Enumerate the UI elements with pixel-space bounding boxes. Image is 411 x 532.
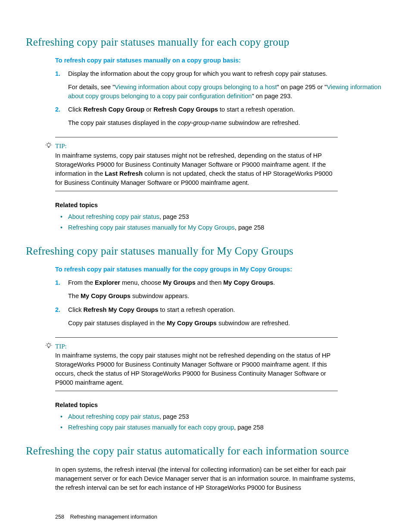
step-text: From the Explorer menu, choose My Groups… <box>68 278 385 287</box>
related-link[interactable]: Refreshing copy pair statuses manually f… <box>68 424 234 431</box>
body-paragraph: In open systems, the refresh interval (t… <box>55 465 364 492</box>
instruction-text: To refresh copy pair statuses manually o… <box>55 56 385 65</box>
lightbulb-icon <box>45 342 53 353</box>
step-text: For details, see "Viewing information ab… <box>68 83 385 101</box>
related-topics-list: About refreshing copy pair status, page … <box>55 412 385 432</box>
related-link[interactable]: Refreshing copy pair statuses manually f… <box>68 224 235 231</box>
tip-label: TIP: <box>55 342 338 352</box>
lightbulb-icon <box>45 142 53 152</box>
related-item: Refreshing copy pair statuses manually f… <box>55 423 385 432</box>
step-item: 2. Click Refresh My Copy Groups to start… <box>55 305 385 328</box>
svg-point-0 <box>47 143 50 147</box>
step-list: 1. Display the information about the cop… <box>55 69 385 128</box>
step-text: Click Refresh My Copy Groups to start a … <box>68 305 385 314</box>
step-item: 2. Click Refresh Copy Group or Refresh C… <box>55 105 385 128</box>
step-number: 1. <box>55 278 60 287</box>
cross-ref-link[interactable]: Viewing information about copy groups be… <box>115 84 277 90</box>
step-text: Display the information about the copy g… <box>68 69 385 78</box>
related-item: About refreshing copy pair status, page … <box>55 212 385 221</box>
tip-block: TIP: In mainframe systems, copy pair sta… <box>55 137 338 191</box>
instruction-text: To refresh copy pair statuses manually f… <box>55 265 385 274</box>
step-number: 2. <box>55 305 60 314</box>
footer-title: Refreshing management information <box>70 514 157 520</box>
related-item: Refreshing copy pair statuses manually f… <box>55 223 385 232</box>
step-text: Copy pair statuses displayed in the My C… <box>68 319 385 328</box>
tip-body: In mainframe systems, the copy pair stat… <box>55 351 338 387</box>
step-text: Click Refresh Copy Group or Refresh Copy… <box>68 105 385 114</box>
section-heading: Refreshing the copy pair status automati… <box>26 443 385 459</box>
related-topics-heading: Related topics <box>55 201 385 210</box>
step-number: 2. <box>55 105 60 114</box>
step-item: 1. Display the information about the cop… <box>55 69 385 101</box>
step-item: 1. From the Explorer menu, choose My Gro… <box>55 278 385 301</box>
page-footer: 258 Refreshing management information <box>55 513 385 521</box>
related-topics-heading: Related topics <box>55 401 385 410</box>
related-topics-list: About refreshing copy pair status, page … <box>55 212 385 232</box>
tip-body: In mainframe systems, copy pair statuses… <box>55 151 338 187</box>
step-text: The My Copy Groups subwindow appears. <box>68 292 385 301</box>
related-item: About refreshing copy pair status, page … <box>55 412 385 421</box>
related-link[interactable]: About refreshing copy pair status <box>68 413 159 420</box>
section-heading: Refreshing copy pair statuses manually f… <box>26 243 385 259</box>
section-heading: Refreshing copy pair statuses manually f… <box>26 34 385 50</box>
page-number: 258 <box>55 514 64 520</box>
step-list: 1. From the Explorer menu, choose My Gro… <box>55 278 385 327</box>
step-number: 1. <box>55 69 60 78</box>
step-text: The copy pair statuses displayed in the … <box>68 118 385 128</box>
related-link[interactable]: About refreshing copy pair status <box>68 213 159 220</box>
tip-block: TIP: In mainframe systems, the copy pair… <box>55 337 338 392</box>
tip-label: TIP: <box>55 142 338 151</box>
svg-point-1 <box>47 343 50 347</box>
